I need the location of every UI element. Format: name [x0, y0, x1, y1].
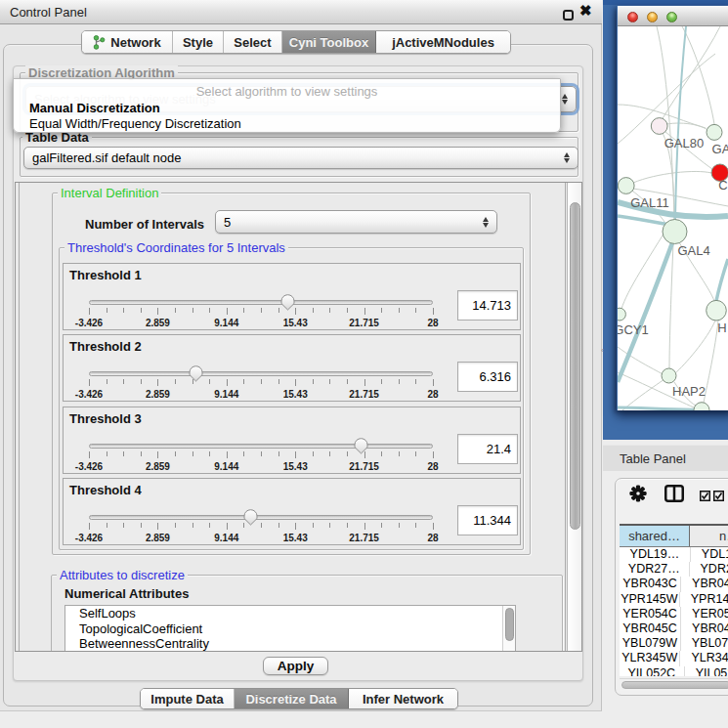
cell-name[interactable]: YDR27: [690, 562, 728, 577]
threshold-slider-track[interactable]: [89, 371, 433, 376]
popup-prompt-item[interactable]: Select algorithm to view settings: [14, 84, 560, 99]
column-header-name[interactable]: n…: [690, 526, 728, 546]
network-window-titlebar[interactable]: [618, 6, 728, 26]
svg-text:GCY1: GCY1: [618, 322, 649, 337]
slider-tick-label: 2.859: [146, 318, 170, 328]
close-window-icon[interactable]: ✖: [579, 2, 592, 20]
slider-tick: [157, 379, 158, 386]
threshold-value-field[interactable]: 11.344: [457, 505, 518, 535]
table-hscrollbar-thumb[interactable]: [621, 681, 728, 689]
table-row[interactable]: YPR145WYPR145W: [620, 592, 728, 607]
checkbox-icon[interactable]: [713, 488, 724, 505]
settings-vertical-scrollbar[interactable]: [567, 183, 582, 651]
slider-tick: [278, 308, 279, 313]
settings-scrollbar-thumb[interactable]: [570, 202, 580, 530]
attribute-list-item[interactable]: SelfLoops: [65, 606, 515, 621]
table-row[interactable]: YBR043CYBR043C: [620, 577, 728, 591]
zoom-traffic-light[interactable]: [666, 12, 677, 22]
slider-tick: [433, 379, 434, 386]
tab-discretize-data[interactable]: Discretize Data: [235, 689, 349, 708]
popup-item-manual-discretization[interactable]: Manual Discretization: [17, 100, 559, 116]
number-of-intervals-combobox[interactable]: 5: [215, 210, 497, 234]
cell-shared-name[interactable]: YDL19…: [620, 547, 691, 562]
cell-shared-name[interactable]: YIL052C: [620, 666, 685, 677]
checkbox-icon[interactable]: [700, 488, 710, 505]
slider-tick: [313, 523, 314, 528]
tab-infer-network[interactable]: Infer Network: [349, 689, 457, 708]
threshold-slider-track[interactable]: [89, 300, 433, 305]
cell-shared-name[interactable]: YBR043C: [620, 577, 681, 591]
tab-style[interactable]: Style: [173, 31, 224, 53]
attributes-scrollbar-thumb[interactable]: [505, 608, 514, 641]
application-root: GAL80GACGAL11GAL4GCY1HHAP2 Table Panel: [0, 0, 728, 728]
threshold-slider-thumb[interactable]: [280, 294, 295, 311]
table-row[interactable]: YIL052CYIL052C: [620, 666, 728, 677]
cell-name[interactable]: YPR145W: [680, 592, 728, 607]
attribute-list-item[interactable]: BetweennessCentrality: [65, 636, 515, 652]
table-data-combobox[interactable]: galFiltered.sif default node: [23, 147, 578, 169]
cell-name[interactable]: YBR043C: [681, 577, 728, 591]
close-traffic-light[interactable]: [627, 12, 638, 22]
slider-tick: [415, 379, 416, 384]
gear-icon[interactable]: [629, 485, 647, 506]
cell-shared-name[interactable]: YBR045C: [620, 621, 681, 636]
column-header-shared-name[interactable]: shared…: [620, 526, 690, 546]
attributes-list-scrollbar[interactable]: [502, 606, 515, 652]
cell-name[interactable]: YBR045C: [681, 621, 728, 636]
cell-name[interactable]: YDL19: [691, 547, 728, 562]
tab-cyni-toolbox[interactable]: Cyni Toolbox: [282, 31, 376, 53]
cell-shared-name[interactable]: YLR345W: [620, 651, 680, 665]
threshold-label: Threshold 2: [69, 339, 142, 354]
threshold-value-field[interactable]: 21.4: [457, 434, 518, 464]
threshold-slider-thumb[interactable]: [354, 438, 368, 454]
tab-impute-data[interactable]: Impute Data: [141, 689, 235, 708]
threshold-panel: Threshold 4 -3.4262.8599.14415.4321.7152…: [63, 478, 521, 545]
threshold-slider-track[interactable]: [89, 444, 433, 449]
threshold-slider-thumb[interactable]: [189, 365, 203, 382]
slider-tick: [175, 308, 176, 313]
slider-tick: [107, 451, 107, 456]
table-row[interactable]: YER054CYER054C: [620, 607, 728, 621]
table-row[interactable]: YLR345WYLR345W: [620, 651, 728, 665]
table-row[interactable]: YBR045CYBR045C: [620, 621, 728, 636]
cell-shared-name[interactable]: YER054C: [620, 607, 681, 621]
svg-text:C: C: [718, 178, 727, 193]
splitter-collapse-icon[interactable]: ‹: [601, 347, 606, 354]
cell-shared-name[interactable]: YPR145W: [620, 592, 680, 607]
slider-tick: [329, 379, 330, 384]
slider-tick: [89, 308, 90, 315]
tab-select[interactable]: Select: [224, 31, 282, 53]
tab-jactivemnodules[interactable]: jActiveMNodules: [376, 31, 510, 53]
table-horizontal-scrollbar[interactable]: [620, 678, 728, 691]
threshold-value-field[interactable]: 6.316: [457, 362, 518, 392]
minimize-traffic-light[interactable]: [647, 12, 658, 22]
tab-network-label: Network: [110, 35, 160, 50]
threshold-value-field[interactable]: 14.713: [457, 290, 518, 321]
cell-name[interactable]: YBL079W: [681, 636, 728, 651]
threshold-slider-track[interactable]: [89, 515, 433, 520]
table-row[interactable]: YBL079WYBL079W: [620, 636, 728, 651]
slider-tick: [193, 379, 193, 384]
table-data-combobox-value: galFiltered.sif default node: [24, 150, 559, 165]
slider-tick-label: 21.715: [349, 533, 379, 543]
column-view-icon[interactable]: [664, 485, 684, 506]
apply-button[interactable]: Apply: [263, 657, 328, 675]
numerical-attributes-list[interactable]: SelfLoopsTopologicalCoefficientBetweenne…: [64, 605, 516, 652]
slider-tick: [381, 379, 382, 384]
table-row[interactable]: YDR27…YDR27: [620, 562, 728, 577]
cell-name[interactable]: YLR345W: [680, 651, 728, 665]
cell-shared-name[interactable]: YDR27…: [620, 562, 690, 577]
slider-tick: [364, 379, 365, 386]
cell-shared-name[interactable]: YBL079W: [620, 636, 681, 651]
threshold-slider-thumb[interactable]: [243, 509, 258, 526]
cell-name[interactable]: YER054C: [681, 607, 728, 621]
slider-tick-label: -3.426: [75, 533, 103, 543]
network-canvas[interactable]: GAL80GACGAL11GAL4GCY1HHAP2: [618, 26, 728, 410]
float-window-icon[interactable]: [563, 10, 574, 21]
tab-network[interactable]: Network: [82, 31, 173, 53]
slider-tick: [227, 308, 228, 315]
popup-item-equal-width-frequency[interactable]: Equal Width/Frequency Discretization: [17, 115, 559, 132]
cell-name[interactable]: YIL052C: [685, 666, 728, 677]
table-row[interactable]: YDL19…YDL19: [620, 547, 728, 562]
attribute-list-item[interactable]: TopologicalCoefficient: [65, 621, 515, 637]
